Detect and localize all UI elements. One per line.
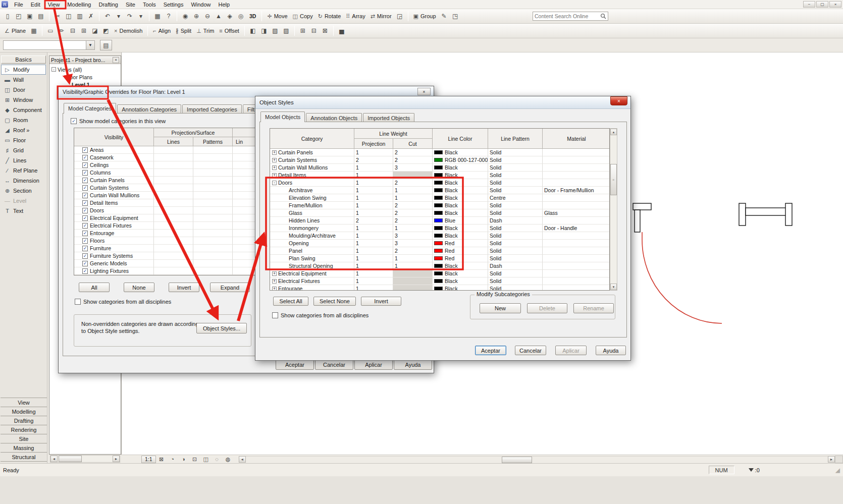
canvas-hscrollbar[interactable]: [246, 456, 828, 463]
line-color-cell[interactable]: Black: [433, 225, 488, 232]
patterns-cell[interactable]: [193, 161, 233, 169]
paint-icon[interactable]: ✏: [57, 26, 67, 36]
category-checkbox[interactable]: [82, 178, 88, 183]
material-cell[interactable]: [543, 164, 609, 172]
category-checkbox[interactable]: [82, 162, 88, 168]
category-checkbox[interactable]: [82, 215, 88, 221]
cut-cell[interactable]: 2: [393, 202, 433, 209]
group-button[interactable]: ▣ Group: [411, 12, 439, 21]
expander-icon[interactable]: +: [272, 173, 277, 178]
line-color-cell[interactable]: Blue: [433, 217, 488, 225]
material-cell[interactable]: [543, 232, 609, 240]
patterns-cell[interactable]: [193, 267, 233, 275]
tree-item[interactable]: Floor Plans: [50, 73, 120, 81]
sidebar-item-room[interactable]: ▢ Room: [1, 115, 46, 125]
line-color-cell[interactable]: Black: [433, 172, 488, 179]
material-cell[interactable]: Glass: [543, 209, 609, 217]
tab-imported-objects[interactable]: Imported Objects: [363, 113, 414, 122]
project-browser-titlebar[interactable]: Project1 - Project bro... ×: [49, 56, 121, 64]
cut-icon[interactable]: ✂: [52, 11, 63, 21]
line-color-cell[interactable]: Red: [433, 240, 488, 247]
object-style-row[interactable]: +Curtain Wall Mullions 1 3 Black Solid: [270, 164, 609, 172]
material-cell[interactable]: [543, 217, 609, 225]
object-style-row[interactable]: Glass 1 2 Black Solid Glass: [270, 209, 609, 217]
close-icon[interactable]: ×: [610, 96, 627, 105]
none-button[interactable]: None: [124, 283, 154, 292]
scroll-thumb[interactable]: ≡: [610, 164, 617, 195]
tree-item[interactable]: - Views (all): [50, 66, 120, 73]
menu-view[interactable]: View: [44, 1, 64, 8]
open-icon[interactable]: ◰: [14, 11, 24, 21]
object-style-row[interactable]: +Detail Items 1 Black Solid: [270, 172, 609, 179]
line-color-cell[interactable]: RGB 000-127-000: [433, 156, 488, 164]
patterns-cell[interactable]: [193, 154, 233, 161]
category-checkbox[interactable]: [82, 193, 88, 198]
chevron-down-icon[interactable]: ▼: [86, 41, 94, 49]
projection-cell[interactable]: 1: [354, 255, 393, 262]
designbar-tab-structural[interactable]: Structural: [1, 453, 47, 462]
designbar-tab-modelling[interactable]: Modelling: [1, 407, 47, 416]
line-pattern-cell[interactable]: Solid: [488, 232, 543, 240]
object-styles-button[interactable]: Object Styles...: [196, 323, 247, 333]
projection-cell[interactable]: 1: [354, 149, 393, 156]
lines-column-header[interactable]: Lines: [154, 137, 193, 146]
scroll-right-icon[interactable]: ►: [828, 456, 835, 463]
line-pattern-cell[interactable]: Solid: [488, 285, 543, 290]
sidebar-item-modify[interactable]: ▷ Modify: [1, 65, 46, 75]
camera-icon[interactable]: ◎: [236, 11, 246, 21]
os-cancel-button[interactable]: Cancelar: [515, 346, 546, 355]
projection-cell[interactable]: 1: [354, 285, 393, 290]
material-cell[interactable]: [543, 179, 609, 187]
demolish-button[interactable]: × Demolish: [112, 27, 145, 35]
patterns-column-header[interactable]: Patterns: [193, 137, 233, 146]
sidebar-item-wall[interactable]: ▬ Wall: [1, 75, 46, 85]
rename-subcategory-button[interactable]: Rename: [573, 303, 614, 313]
invert-button[interactable]: Invert: [169, 283, 199, 292]
material-cell[interactable]: Door - Handle: [543, 225, 609, 232]
os-apply-button[interactable]: Aplicar: [555, 346, 587, 355]
cut-column-header[interactable]: Cut: [393, 139, 433, 149]
designbar-tab-view[interactable]: View: [1, 398, 47, 407]
line-color-cell[interactable]: Black: [433, 149, 488, 156]
offset-button[interactable]: ≡Offset: [217, 27, 242, 35]
object-style-row[interactable]: Architrave 1 1 Black Solid Door - Frame/…: [270, 187, 609, 194]
projection-cell[interactable]: 1: [354, 232, 393, 240]
join-geometry-icon[interactable]: ◩: [101, 26, 111, 36]
line-color-cell[interactable]: Black: [433, 194, 488, 202]
line-color-cell[interactable]: Red: [433, 247, 488, 255]
vg-cancel-button[interactable]: Cancelar: [315, 360, 353, 370]
line-pattern-cell[interactable]: Solid: [488, 240, 543, 247]
menu-edit[interactable]: Edit: [27, 1, 44, 8]
cut-cell[interactable]: 3: [393, 164, 433, 172]
menu-window[interactable]: Window: [187, 1, 214, 8]
expander-icon[interactable]: -: [51, 67, 56, 72]
paste-aligned-icon[interactable]: ◨: [259, 26, 269, 36]
line-pattern-cell[interactable]: Solid: [488, 225, 543, 232]
expand-button[interactable]: Expand: [210, 283, 250, 292]
line-color-cell[interactable]: Black: [433, 285, 488, 290]
spin-icon[interactable]: ◉: [180, 11, 190, 21]
lines-cell[interactable]: [154, 192, 193, 199]
category-checkbox[interactable]: [82, 261, 88, 266]
mirror-button[interactable]: ⇄Mirror: [368, 12, 394, 21]
projection-cell[interactable]: 1: [354, 164, 393, 172]
cut-cell[interactable]: 3: [393, 240, 433, 247]
line-pattern-cell[interactable]: Solid: [488, 187, 543, 194]
menu-tools[interactable]: Tools: [139, 1, 160, 8]
new-icon[interactable]: ▯: [3, 11, 13, 21]
projection-cell[interactable]: 1: [354, 179, 393, 187]
object-style-row[interactable]: +Entourage 1 Black Solid: [270, 285, 609, 290]
patterns-cell[interactable]: [193, 184, 233, 192]
view-scale-button[interactable]: 1:1: [141, 456, 156, 463]
vg-ok-button[interactable]: Aceptar: [276, 360, 314, 370]
redo-icon[interactable]: ↷: [125, 11, 135, 21]
table-vscrollbar[interactable]: ▲ ≡ ▼: [610, 128, 617, 291]
all-button[interactable]: All: [79, 283, 110, 292]
lines-cell[interactable]: [154, 252, 193, 260]
patterns-cell[interactable]: [193, 169, 233, 177]
object-style-row[interactable]: Hidden Lines 2 2 Blue Dash: [270, 217, 609, 225]
lines-cell[interactable]: [154, 146, 193, 154]
lines-cell[interactable]: [154, 154, 193, 161]
expander-icon[interactable]: +: [272, 279, 277, 284]
tape-measure-icon[interactable]: ▭: [45, 26, 56, 36]
